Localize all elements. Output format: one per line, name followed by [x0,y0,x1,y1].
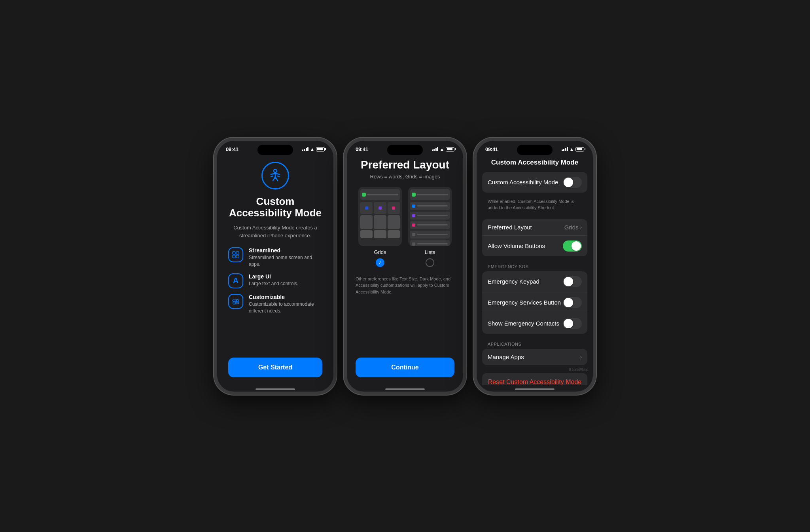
svg-rect-4 [236,255,239,258]
largeui-icon: A [228,273,243,288]
status-icons-3: ▲ [562,147,584,151]
dynamic-island-3 [517,145,553,155]
reset-button-label: Reset Custom Accessibility Mode [488,379,582,385]
wifi-icon-2: ▲ [440,147,444,151]
volume-buttons-label: Allow Volume Buttons [488,242,545,249]
feature-streamlined-desc: Streamlined home screen and apps. [249,254,322,268]
grids-radio[interactable]: ✓ [376,258,384,267]
lists-label: Lists [425,249,435,255]
accessibility-icon-circle [261,162,289,189]
signal-icon-2 [432,147,439,151]
emergency-section-label: EMERGENCY SOS [482,264,587,271]
preferred-layout-label: Preferred Layout [488,224,532,231]
wifi-icon-3: ▲ [570,147,574,151]
emergency-keypad-row[interactable]: Emergency Keypad [482,271,587,292]
emergency-keypad-toggle[interactable] [563,276,582,287]
volume-buttons-row[interactable]: Allow Volume Buttons [482,236,587,256]
home-indicator-1 [217,385,333,392]
feature-largeui-title: Large UI [249,273,298,280]
preferred-layout-row[interactable]: Preferred Layout Grids › [482,219,587,236]
settings-page-title: Custom Accessibility Mode [477,155,593,172]
battery-icon-3 [575,147,584,151]
intro-subtitle: Custom Accessibility Mode creates a stre… [228,224,322,239]
settings-section-emergency: EMERGENCY SOS Emergency Keypad Emergency… [482,264,587,334]
emergency-keypad-label: Emergency Keypad [488,278,539,285]
settings-section-layout: Preferred Layout Grids › Allow Volume Bu… [482,219,587,256]
layout-screen-content: Preferred Layout Rows = words, Grids = i… [347,155,463,385]
cam-toggle[interactable] [563,177,582,188]
feature-customizable: Customizable Customizable to accommodate… [228,294,322,314]
settings-group-cam: Custom Accessibility Mode [482,172,587,193]
feature-streamlined-title: Streamlined [249,247,322,254]
signal-icon-3 [562,147,568,151]
cam-toggle-label: Custom Accessibility Mode [488,179,558,186]
show-emergency-contacts-row[interactable]: Show Emergency Contacts [482,313,587,334]
preferred-layout-value: Grids › [564,224,582,231]
svg-rect-2 [236,252,239,254]
manage-apps-row[interactable]: Manage Apps › [482,349,587,365]
cam-note: While enabled, Custom Accessibility Mode… [482,196,587,211]
emergency-services-toggle[interactable] [563,297,582,308]
settings-section-applications: APPLICATIONS Manage Apps › [482,342,587,365]
feature-streamlined: Streamlined Streamlined home screen and … [228,247,322,268]
show-emergency-contacts-toggle[interactable] [563,318,582,329]
feature-customizable-desc: Customizable to accommodate different ne… [249,301,322,314]
applications-section-label: APPLICATIONS [482,342,587,349]
lists-preview [408,187,452,246]
home-indicator-2 [347,385,463,392]
layout-option-grids[interactable]: Grids ✓ [358,187,402,267]
phone-2-layout: 09:41 ▲ Preferred Layout Rows = words, G… [344,138,466,395]
get-started-button[interactable]: Get Started [228,358,322,377]
cam-toggle-row[interactable]: Custom Accessibility Mode [482,172,587,193]
phone-3-settings: 09:41 ▲ Custom Accessibility Mode Custom… [473,138,596,395]
svg-point-0 [274,169,277,172]
settings-section-main: Custom Accessibility Mode While enabled,… [482,172,587,211]
signal-icon [302,147,309,151]
settings-group-layout: Preferred Layout Grids › Allow Volume Bu… [482,219,587,256]
accessibility-person-icon [268,168,283,183]
settings-group-applications: Manage Apps › [482,349,587,365]
layout-subtitle: Rows = words, Grids = images [370,174,440,180]
reset-button[interactable]: Reset Custom Accessibility Mode [482,373,587,385]
manage-apps-chevron: › [580,354,582,360]
feature-list: Streamlined Streamlined home screen and … [228,247,322,314]
volume-buttons-toggle[interactable] [563,240,582,252]
layout-title: Preferred Layout [361,159,449,171]
show-emergency-contacts-label: Show Emergency Contacts [488,320,559,327]
layout-note: Other preferences like Text Size, Dark M… [356,276,454,295]
wifi-icon: ▲ [310,147,314,151]
status-time-2: 09:41 [356,146,368,152]
status-time-3: 09:41 [485,146,498,152]
watermark: 9to5Mac [569,367,589,372]
dynamic-island-1 [257,145,293,155]
intro-screen-content: Custom Accessibility Mode Custom Accessi… [217,155,333,385]
settings-group-emergency: Emergency Keypad Emergency Services Butt… [482,271,587,334]
grids-preview [358,187,402,246]
preferred-layout-chevron: › [580,224,582,230]
layout-options: Grids ✓ [358,187,452,267]
grids-label: Grids [374,249,386,255]
home-indicator-3 [477,385,593,392]
battery-icon [316,147,325,151]
dynamic-island-2 [387,145,423,155]
status-time-1: 09:41 [226,146,238,152]
intro-title: Custom Accessibility Mode [228,196,322,220]
emergency-services-label: Emergency Services Button [488,299,561,306]
continue-button[interactable]: Continue [356,358,454,377]
customizable-icon [228,294,243,309]
emergency-services-row[interactable]: Emergency Services Button [482,292,587,313]
layout-option-lists[interactable]: Lists [408,187,452,267]
phone-1-intro: 09:41 ▲ Cust [214,138,337,395]
svg-rect-1 [233,252,235,254]
svg-rect-3 [233,255,235,258]
feature-customizable-title: Customizable [249,294,322,300]
battery-icon-2 [446,147,454,151]
status-icons-2: ▲ [432,147,454,151]
streamlined-icon [228,247,243,262]
settings-screen-content: Custom Accessibility Mode Custom Accessi… [477,155,593,385]
lists-radio[interactable] [426,258,434,267]
feature-largeui-desc: Large text and controls. [249,280,298,287]
status-icons-1: ▲ [302,147,325,151]
manage-apps-label: Manage Apps [488,354,524,360]
feature-largeui: A Large UI Large text and controls. [228,273,322,288]
